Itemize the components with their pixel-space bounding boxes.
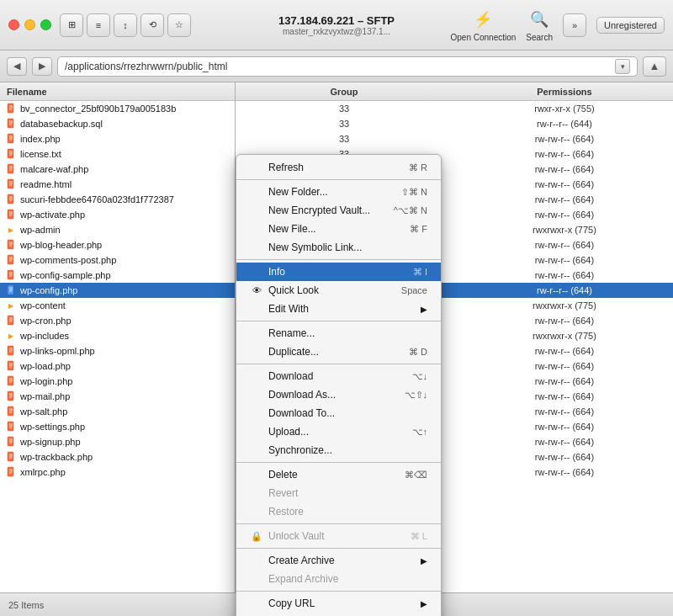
file-icon xyxy=(5,315,17,327)
permissions-column-header: Permissions xyxy=(463,87,666,97)
path-input[interactable] xyxy=(65,61,615,72)
right-panel-row[interactable]: 33rw-r--r-- (644) xyxy=(236,116,673,131)
menu-item-info[interactable]: Info⌘ I xyxy=(236,263,441,281)
file-name: wp-comments-post.php xyxy=(20,255,116,265)
path-dropdown-button[interactable]: ▾ xyxy=(615,59,630,74)
toolbar-icon-2[interactable]: ≡ xyxy=(87,13,110,37)
file-item[interactable]: wp-settings.php xyxy=(0,419,235,434)
right-panel-row[interactable]: 33rw-rw-r-- (664) xyxy=(236,131,673,146)
back-button[interactable]: ◀ xyxy=(7,57,27,76)
close-button[interactable] xyxy=(8,19,19,30)
permissions-value: rw-rw-r-- (664) xyxy=(463,316,666,326)
context-menu: Refresh⌘ RNew Folder...⇧⌘ NNew Encrypted… xyxy=(236,154,442,616)
group-value: 33 xyxy=(242,104,446,114)
file-item[interactable]: bv_connector_25bf090b179a005183b xyxy=(0,101,235,116)
file-item[interactable]: wp-config-sample.php xyxy=(0,268,235,283)
svg-rect-24 xyxy=(8,194,13,204)
menu-item-new-encrypted[interactable]: New Encrypted Vault...^⌥⌘ N xyxy=(236,201,441,220)
svg-rect-36 xyxy=(8,255,13,264)
menu-item-open-url[interactable]: Open URL▶ xyxy=(236,613,441,616)
file-item[interactable]: wp-comments-post.php xyxy=(0,252,235,268)
file-item[interactable]: wp-signup.php xyxy=(0,434,235,449)
up-button[interactable]: ▲ xyxy=(643,56,666,77)
unlock-vault-icon: 🔒 xyxy=(250,531,263,542)
file-item[interactable]: ▶wp-content xyxy=(0,298,235,313)
file-item[interactable]: wp-cron.php xyxy=(0,313,235,328)
menu-item-unlock-vault: 🔒Unlock Vault⌘ L xyxy=(236,527,441,545)
menu-item-create-archive-label: Create Archive xyxy=(268,555,335,566)
file-item[interactable]: ▶wp-admin xyxy=(0,222,235,237)
permissions-value: rw-rw-r-- (664) xyxy=(463,391,666,401)
svg-rect-28 xyxy=(8,210,13,219)
forward-button[interactable]: ▶ xyxy=(32,57,52,76)
file-item[interactable]: wp-mail.php xyxy=(0,389,235,404)
menu-item-new-encrypted-shortcut: ^⌥⌘ N xyxy=(394,205,427,216)
file-item[interactable]: wp-links-opml.php xyxy=(0,343,235,358)
file-item[interactable]: xmlrpc.php xyxy=(0,465,235,480)
menu-item-download-as-shortcut: ⌥⇧↓ xyxy=(405,390,428,401)
file-name: index.php xyxy=(20,134,61,144)
menu-item-refresh-shortcut: ⌘ R xyxy=(409,162,427,173)
menu-item-edit-with[interactable]: Edit With▶ xyxy=(236,300,441,318)
file-item[interactable]: databasebackup.sql xyxy=(0,116,235,131)
menu-item-download-as[interactable]: Download As...⌥⇧↓ xyxy=(236,385,441,404)
menu-item-duplicate[interactable]: Duplicate...⌘ D xyxy=(236,343,441,361)
traffic-lights xyxy=(8,19,51,30)
file-item[interactable]: sucuri-febbdee64760a023fd1f772387 xyxy=(0,192,235,207)
menu-item-download[interactable]: Download⌥↓ xyxy=(236,367,441,385)
file-item[interactable]: wp-blog-header.php xyxy=(0,237,235,252)
menu-item-upload[interactable]: Upload...⌥↑ xyxy=(236,422,441,441)
file-item[interactable]: wp-trackback.php xyxy=(0,449,235,465)
menu-item-new-symlink-label: New Symbolic Link... xyxy=(268,242,362,253)
menu-item-quick-look[interactable]: 👁Quick LookSpace xyxy=(236,281,441,300)
svg-rect-20 xyxy=(8,179,13,189)
menu-item-refresh[interactable]: Refresh⌘ R xyxy=(236,158,441,177)
file-item[interactable]: ▶wp-includes xyxy=(0,328,235,343)
toolbar-icon-3[interactable]: ↕ xyxy=(114,13,137,37)
menu-item-copy-url[interactable]: Copy URL▶ xyxy=(236,594,441,613)
permissions-value: rw-rw-r-- (664) xyxy=(463,255,666,265)
menu-item-new-folder[interactable]: New Folder...⇧⌘ N xyxy=(236,183,441,201)
menu-item-synchronize[interactable]: Synchronize... xyxy=(236,441,441,459)
file-icon xyxy=(5,133,17,146)
file-item[interactable]: wp-config.php xyxy=(0,283,235,298)
toolbar-icon-5[interactable]: ☆ xyxy=(167,13,191,37)
right-panel-row[interactable]: 33rwxr-xr-x (755) xyxy=(236,101,673,116)
menu-item-rename[interactable]: Rename... xyxy=(236,324,441,343)
file-item[interactable]: index.php xyxy=(0,131,235,146)
group-value: 33 xyxy=(242,119,446,129)
open-connection-button[interactable]: ⚡ Open Connection xyxy=(450,8,516,42)
expand-toolbar-button[interactable]: » xyxy=(563,13,586,37)
toolbar-icon-4[interactable]: ⟲ xyxy=(140,13,164,37)
toolbar-icon-1[interactable]: ⊞ xyxy=(60,13,83,37)
menu-item-delete[interactable]: Delete⌘⌫ xyxy=(236,465,441,484)
minimize-button[interactable] xyxy=(24,19,35,30)
file-item[interactable]: wp-activate.php xyxy=(0,207,235,222)
file-item[interactable]: wp-load.php xyxy=(0,358,235,374)
maximize-button[interactable] xyxy=(40,19,51,30)
search-button[interactable]: 🔍 Search xyxy=(526,8,553,42)
menu-separator xyxy=(236,591,441,592)
file-name: wp-settings.php xyxy=(20,422,85,432)
file-item[interactable]: malcare-waf.php xyxy=(0,162,235,177)
file-item[interactable]: wp-login.php xyxy=(0,374,235,389)
file-name: wp-mail.php xyxy=(20,391,70,401)
permissions-value: rw-rw-r-- (664) xyxy=(463,194,666,204)
menu-item-download-to[interactable]: Download To... xyxy=(236,404,441,422)
file-item[interactable]: license.txt xyxy=(0,146,235,162)
file-name: wp-content xyxy=(20,300,66,311)
menu-item-create-archive[interactable]: Create Archive▶ xyxy=(236,551,441,570)
file-icon xyxy=(5,451,17,464)
menu-separator xyxy=(236,523,441,524)
permissions-value: rwxrwxr-x (775) xyxy=(463,300,666,311)
file-item[interactable]: readme.html xyxy=(0,177,235,192)
menu-item-new-file[interactable]: New File...⌘ F xyxy=(236,220,441,238)
file-item[interactable]: wp-salt.php xyxy=(0,404,235,419)
window-subtitle: master_rxkzvyxtwz@137.1... xyxy=(278,27,395,36)
svg-rect-80 xyxy=(8,452,13,461)
menu-item-info-label: Info xyxy=(268,266,285,278)
permissions-value: rw-rw-r-- (664) xyxy=(463,361,666,371)
menu-item-new-symlink[interactable]: New Symbolic Link... xyxy=(236,238,441,257)
unregistered-button[interactable]: Unregistered xyxy=(596,17,665,34)
menu-item-download-shortcut: ⌥↓ xyxy=(412,371,428,382)
